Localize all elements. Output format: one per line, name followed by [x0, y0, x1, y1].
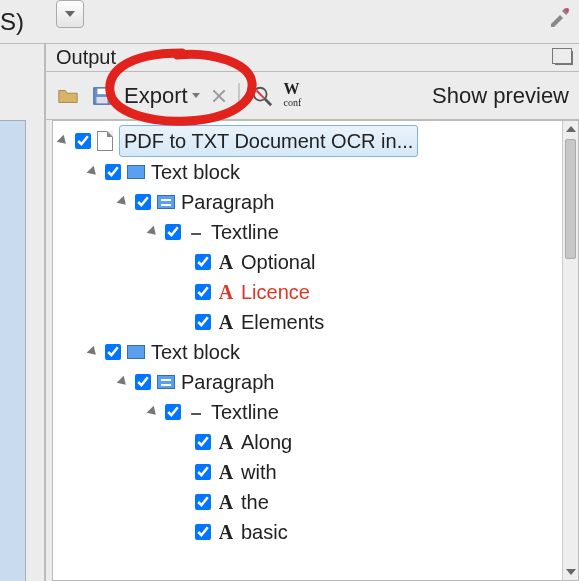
tree-label: PDF to TXT Document OCR in... [119, 125, 418, 157]
tree-label: Along [241, 427, 292, 457]
tree-word[interactable]: Awith [53, 457, 562, 487]
expander-icon[interactable] [57, 135, 70, 148]
document-tree: PDF to TXT Document OCR in...Text blockP… [53, 121, 562, 580]
tree-checkbox[interactable] [105, 344, 121, 360]
magnifier-icon[interactable] [250, 84, 274, 108]
tree-checkbox[interactable] [195, 464, 211, 480]
tree-root[interactable]: PDF to TXT Document OCR in... [53, 125, 562, 157]
tree-label: Optional [241, 247, 316, 277]
tree-label: Textline [211, 397, 279, 427]
svg-rect-3 [97, 96, 108, 102]
tree-label: Paragraph [181, 367, 274, 397]
tree-word[interactable]: Abasic [53, 517, 562, 547]
tree-label: Licence [241, 277, 310, 307]
svg-line-5 [264, 98, 270, 104]
tree-text-block[interactable]: Text block [53, 337, 562, 367]
expander-icon[interactable] [87, 346, 100, 359]
tools-icon[interactable] [547, 6, 571, 30]
scroll-thumb[interactable] [565, 139, 576, 259]
save-icon[interactable] [90, 84, 114, 108]
tree-checkbox[interactable] [75, 133, 91, 149]
tree-label: with [241, 457, 277, 487]
dropdown-button[interactable] [56, 0, 84, 28]
open-folder-icon[interactable] [56, 84, 80, 108]
tree-word[interactable]: ALicence [53, 277, 562, 307]
window-title-fragment: S) [0, 8, 24, 36]
tree-checkbox[interactable] [195, 434, 211, 450]
tree-checkbox[interactable] [195, 284, 211, 300]
separator [238, 83, 240, 109]
chevron-down-icon [192, 93, 200, 98]
tree-checkbox[interactable] [195, 314, 211, 330]
expander-icon[interactable] [147, 406, 160, 419]
tree-label: basic [241, 517, 288, 547]
tree-label: Text block [151, 337, 240, 367]
close-icon[interactable] [210, 87, 228, 105]
scrollbar[interactable] [562, 121, 578, 580]
toolbar: Export Wconf Show preview [46, 72, 579, 120]
show-preview-button[interactable]: Show preview [432, 83, 569, 109]
tree-paragraph[interactable]: Paragraph [53, 187, 562, 217]
tree-checkbox[interactable] [165, 224, 181, 240]
word-confidence-icon[interactable]: Wconf [284, 82, 302, 110]
tree-label: the [241, 487, 269, 517]
tree-checkbox[interactable] [195, 524, 211, 540]
tree-textline[interactable]: –Textline [53, 217, 562, 247]
tree-checkbox[interactable] [195, 254, 211, 270]
expander-icon[interactable] [117, 196, 130, 209]
tree-paragraph[interactable]: Paragraph [53, 367, 562, 397]
tree-word[interactable]: Athe [53, 487, 562, 517]
tree-text-block[interactable]: Text block [53, 157, 562, 187]
tree-word[interactable]: AOptional [53, 247, 562, 277]
tree-checkbox[interactable] [195, 494, 211, 510]
tree-word[interactable]: AElements [53, 307, 562, 337]
svg-point-0 [565, 8, 569, 12]
svg-rect-2 [97, 88, 106, 94]
tree-checkbox[interactable] [135, 374, 151, 390]
expander-icon[interactable] [87, 166, 100, 179]
gutter-strip [0, 120, 26, 581]
tree-label: Text block [151, 157, 240, 187]
tree-word[interactable]: AAlong [53, 427, 562, 457]
tree-label: Elements [241, 307, 324, 337]
tree-checkbox[interactable] [165, 404, 181, 420]
scroll-up-icon[interactable] [563, 121, 579, 137]
export-label: Export [124, 83, 188, 109]
expander-icon[interactable] [147, 226, 160, 239]
tree-checkbox[interactable] [135, 194, 151, 210]
restore-icon[interactable] [555, 51, 573, 65]
tree-label: Textline [211, 217, 279, 247]
tree-label: Paragraph [181, 187, 274, 217]
tree-checkbox[interactable] [105, 164, 121, 180]
tree-textline[interactable]: –Textline [53, 397, 562, 427]
panel-title: Output [56, 46, 555, 69]
scroll-down-icon[interactable] [563, 564, 579, 580]
expander-icon[interactable] [117, 376, 130, 389]
export-button[interactable]: Export [124, 83, 200, 109]
